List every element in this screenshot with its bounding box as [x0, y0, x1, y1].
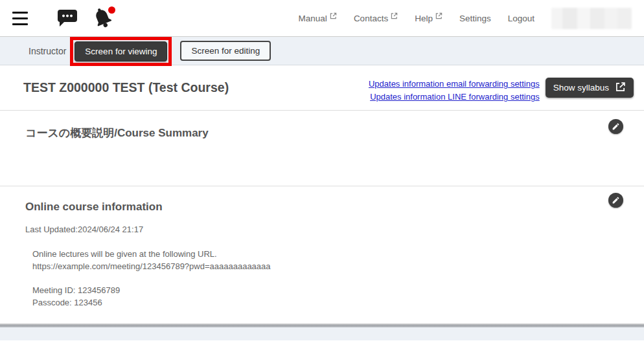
- role-tab-bar: Instructor Screen for viewing Screen for…: [0, 37, 644, 65]
- show-syllabus-label: Show syllabus: [553, 83, 609, 93]
- meeting-id: Meeting ID: 123456789: [32, 285, 644, 297]
- edit-course-summary-button[interactable]: [608, 119, 623, 134]
- title-right-tools: Updates information email forwarding set…: [369, 78, 634, 102]
- nav-help-label: Help: [415, 14, 433, 23]
- body-line: Online lectures will be given at the fol…: [32, 248, 644, 261]
- nav-contacts-label: Contacts: [354, 14, 388, 23]
- nav-logout[interactable]: Logout: [508, 14, 535, 23]
- external-link-icon: [330, 12, 337, 21]
- top-header: Manual Contacts Help Settings Logout: [0, 0, 644, 37]
- email-forwarding-settings-link[interactable]: Updates information email forwarding set…: [369, 79, 540, 89]
- course-summary-heading: コースの概要説明/Course Summary: [25, 126, 644, 140]
- notification-dot: [108, 6, 115, 14]
- online-course-info-section: Online course information Last Updated:2…: [0, 186, 644, 323]
- role-label: Instructor: [29, 46, 66, 56]
- nav-help[interactable]: Help: [415, 14, 443, 23]
- footer-strip: [0, 327, 644, 340]
- chat-icon[interactable]: [56, 9, 78, 30]
- notification-bell-icon[interactable]: [93, 5, 115, 31]
- last-updated-text: Last Updated:2024/06/24 21:17: [25, 225, 644, 234]
- edit-online-course-info-button[interactable]: [608, 193, 623, 208]
- hamburger-menu-icon[interactable]: [12, 12, 28, 25]
- course-title: TEST Z000000 TEST (Test Course): [23, 78, 229, 95]
- nav-manual[interactable]: Manual: [299, 14, 337, 23]
- meeting-url: https://example.com/meeting/123456789?pw…: [32, 261, 644, 273]
- open-in-new-icon: [615, 82, 626, 94]
- course-title-row: TEST Z000000 TEST (Test Course) Updates …: [0, 65, 644, 111]
- forwarding-links: Updates information email forwarding set…: [369, 78, 540, 102]
- course-summary-section: コースの概要説明/Course Summary: [0, 111, 644, 186]
- show-syllabus-button[interactable]: Show syllabus: [546, 78, 634, 98]
- screen-for-editing-tab[interactable]: Screen for editing: [180, 41, 271, 61]
- screen-for-viewing-tab[interactable]: Screen for viewing: [75, 41, 167, 61]
- redacted-username: [551, 8, 632, 29]
- nav-manual-label: Manual: [299, 14, 327, 23]
- external-link-icon: [435, 12, 443, 21]
- external-link-icon: [391, 12, 398, 21]
- red-highlight-box: Screen for viewing: [70, 37, 172, 66]
- body-line-blank: [32, 272, 644, 285]
- online-course-body: Online lectures will be given at the fol…: [32, 248, 644, 309]
- nav-logout-label: Logout: [508, 14, 535, 23]
- nav-contacts[interactable]: Contacts: [354, 14, 398, 23]
- online-course-info-heading: Online course information: [25, 201, 644, 214]
- top-nav: Manual Contacts Help Settings Logout: [299, 0, 632, 36]
- line-forwarding-settings-link[interactable]: Updates information LINE forwarding sett…: [370, 92, 540, 102]
- nav-settings-label: Settings: [459, 14, 491, 23]
- passcode: Passcode: 123456: [32, 297, 644, 309]
- nav-settings[interactable]: Settings: [459, 14, 491, 23]
- main-content: TEST Z000000 TEST (Test Course) Updates …: [0, 65, 644, 324]
